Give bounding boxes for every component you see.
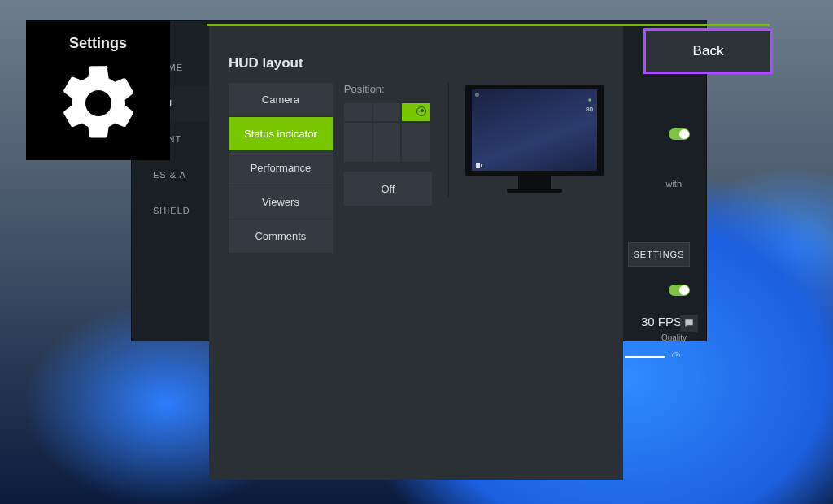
toggle-2[interactable] [669, 285, 690, 296]
pos-bottom-right[interactable] [402, 123, 430, 162]
nav-shield[interactable]: SHIELD [132, 193, 210, 228]
feedback-button[interactable] [680, 315, 698, 332]
hud-layout-panel: HUD layout Camera Status indicator Perfo… [209, 26, 623, 480]
back-button[interactable]: Back [643, 28, 773, 74]
position-grid [344, 103, 430, 160]
hud-item-status-indicator[interactable]: Status indicator [229, 117, 333, 151]
hud-title: HUD layout [229, 55, 303, 72]
divider [448, 83, 449, 197]
settings-callout: Settings [26, 20, 170, 160]
monitor-base [507, 189, 562, 193]
svg-point-0 [588, 98, 591, 101]
settings-button[interactable]: SETTINGS [628, 242, 690, 267]
fps-value: 30 FPS [641, 315, 682, 328]
accent-bar [207, 24, 770, 26]
monitor-status-icon [586, 93, 594, 101]
pos-bottom-center[interactable] [373, 123, 401, 162]
nav-games[interactable]: ES & A [132, 157, 210, 193]
settings-callout-title: Settings [69, 35, 127, 52]
gear-icon [54, 59, 143, 148]
pos-top-center[interactable] [373, 103, 401, 121]
hud-item-viewers[interactable]: Viewers [229, 185, 333, 219]
hud-item-list: Camera Status indicator Performance View… [229, 83, 333, 463]
position-label: Position: [344, 83, 432, 95]
pos-bottom-left[interactable] [344, 123, 372, 162]
pos-top-right[interactable] [402, 103, 430, 121]
monitor-stand [518, 176, 551, 189]
hud-item-comments[interactable]: Comments [229, 219, 333, 254]
hud-item-performance[interactable]: Performance [229, 151, 333, 185]
gauge-icon [670, 350, 682, 361]
position-off-button[interactable]: Off [344, 172, 432, 206]
toggle-1[interactable] [669, 128, 690, 140]
monitor-dot-icon [475, 93, 479, 97]
quality-label: Quality [661, 333, 687, 342]
hud-item-camera[interactable]: Camera [229, 83, 333, 117]
monitor-camera-icon [474, 159, 482, 167]
position-column: Position: Off [344, 83, 432, 463]
with-label: with [665, 179, 682, 189]
monitor-preview: 80 [465, 83, 604, 463]
quality-slider[interactable] [625, 356, 665, 358]
pos-top-left[interactable] [344, 103, 372, 121]
monitor-screen: 80 [465, 85, 604, 176]
monitor-status-value: 80 [586, 106, 594, 114]
